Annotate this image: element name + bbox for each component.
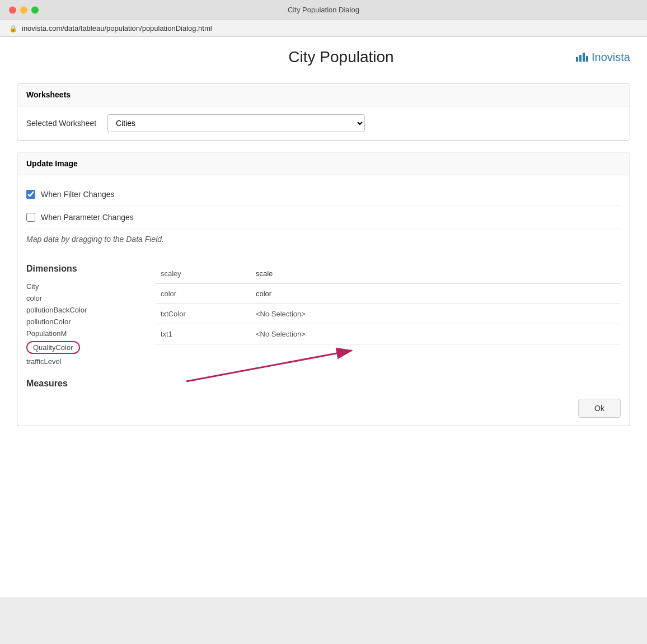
maximize-button[interactable] [31,6,39,13]
bar4 [586,56,588,62]
dim-color: color [26,292,144,304]
dimensions-title: Dimensions [26,264,144,274]
field-name-color: color [155,290,245,298]
field-value-color: color [245,290,621,298]
update-image-header: Update Image [17,152,630,175]
field-name-txtcolor: txtColor [155,310,245,318]
worksheets-body: Selected Worksheet Cities Population Tra… [17,106,630,140]
dim-pollutioncolor: pollutionColor [26,316,144,328]
close-button[interactable] [9,6,16,13]
field-name-txt1: txt1 [155,330,245,338]
worksheet-select[interactable]: Cities Population Traffic [107,114,365,132]
dim-city: City [26,281,144,292]
field-row-txtcolor: txtColor <No Selection> [155,304,621,324]
mapping-area: Dimensions City color pollutionBackColor… [26,253,621,393]
parameter-changes-checkbox[interactable] [26,213,35,222]
window-title: City Population Dialog [288,6,359,14]
measures-title: Measures [26,379,144,389]
logo-bars-icon [576,53,588,62]
browser-chrome: City Population Dialog 🔒 inovista.com/da… [0,0,647,37]
page-content: City Population Inovista Worksheets Sele… [0,37,647,597]
page-header: City Population Inovista [17,48,630,72]
field-row-color: color color [155,284,621,304]
dim-pollutionbackcolor: pollutionBackColor [26,304,144,316]
parameter-changes-row: When Parameter Changes [26,206,621,229]
lock-icon: 🔒 [9,25,17,32]
logo-area: Inovista [576,51,630,64]
worksheet-row: Selected Worksheet Cities Population Tra… [26,114,621,132]
parameter-changes-label: When Parameter Changes [41,213,134,222]
address-bar: 🔒 inovista.com/data/tableau/population/p… [0,20,647,36]
dimensions-panel: Dimensions City color pollutionBackColor… [26,253,155,393]
update-image-section: Update Image When Filter Changes When Pa… [17,152,630,426]
minimize-button[interactable] [20,6,27,13]
worksheets-section: Worksheets Selected Worksheet Cities Pop… [17,83,630,141]
fields-panel: scaley scale color color txtColor <No Se… [155,253,621,393]
field-row-txt1: txt1 <No Selection> [155,324,621,344]
filter-changes-label: When Filter Changes [41,190,115,199]
filter-changes-checkbox[interactable] [26,190,35,199]
bar1 [576,57,578,62]
dim-qualitycolor: QualityColor [26,339,144,356]
page-title: City Population [106,48,576,66]
field-value-scaley: scale [245,269,621,278]
field-value-txt1: <No Selection> [245,330,621,338]
field-value-txtcolor: <No Selection> [245,310,621,318]
bar3 [583,53,585,62]
dim-trafficlevel: trafficLevel [26,356,144,367]
logo-text: Inovista [592,51,630,64]
bar2 [579,55,582,62]
title-bar: City Population Dialog [0,0,647,20]
update-image-body: When Filter Changes When Parameter Chang… [17,175,630,426]
quality-color-circle: QualityColor [26,341,80,354]
filter-changes-row: When Filter Changes [26,183,621,206]
dim-populationm: PopulationM [26,328,144,339]
worksheets-header: Worksheets [17,83,630,106]
field-row-scaley: scaley scale [155,264,621,284]
mapping-note: Map data by dragging to the Data Field. [26,229,621,253]
field-name-scaley: scaley [155,269,245,278]
ok-button[interactable]: Ok [578,399,621,418]
worksheet-label: Selected Worksheet [26,119,96,128]
window-controls[interactable] [9,6,39,13]
address-text: inovista.com/data/tableau/population/pop… [22,24,212,32]
bottom-row: Ok [26,399,621,418]
